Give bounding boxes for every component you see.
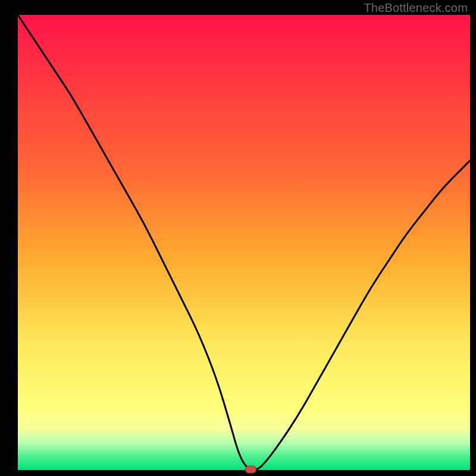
optimum-marker <box>245 466 256 473</box>
watermark-text: TheBottleneck.com <box>364 1 468 15</box>
chart-container: { "watermark": "TheBottleneck.com", "col… <box>0 0 476 476</box>
bottleneck-chart <box>0 0 476 476</box>
plot-background <box>18 15 470 470</box>
